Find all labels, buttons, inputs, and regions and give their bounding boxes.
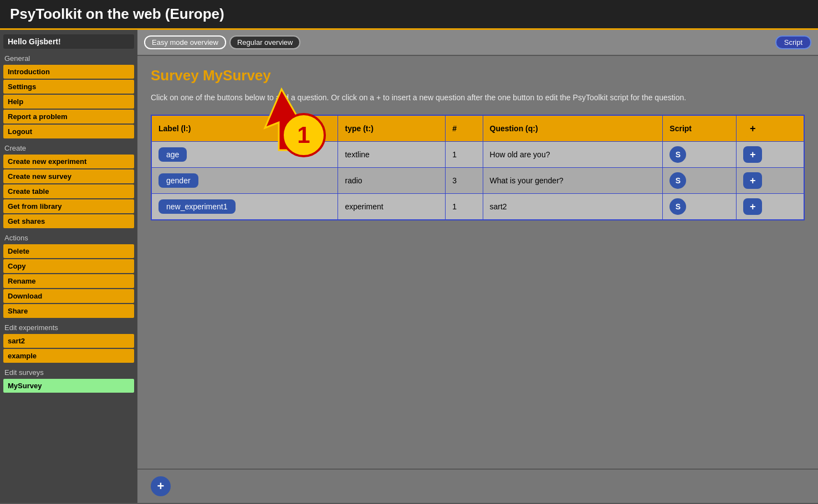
script-button-age[interactable]: S [669,146,686,163]
survey-title: Survey MySurvey [151,67,805,84]
header-add-button[interactable]: + [743,120,762,137]
cell-question-experiment: sart2 [483,194,663,220]
cell-label-gender: gender [151,168,338,194]
cell-add-age[interactable]: + [737,142,804,168]
sidebar-item-create-table[interactable]: Create table [3,184,134,198]
label-badge-experiment[interactable]: new_experiment1 [159,199,236,214]
cell-num-experiment: 1 [446,194,483,220]
label-badge-gender[interactable]: gender [159,173,198,188]
table-row: age textline 1 How old are you? S + [151,142,804,168]
sidebar-section-actions: Actions Delete Copy Rename Download Shar… [3,234,134,318]
cell-label-experiment: new_experiment1 [151,194,338,220]
sidebar-item-report-problem[interactable]: Report a problem [3,110,134,124]
survey-panel: 1 Survey MySurvey Click on one of the bu… [137,56,818,469]
questions-table: Label (l:) type (t:) # Question (q:) Scr… [151,115,805,220]
sidebar-item-download[interactable]: Download [3,289,134,303]
table-row: new_experiment1 experiment 1 sart2 S + [151,194,804,220]
cell-type-gender: radio [338,168,446,194]
cell-num-gender: 3 [446,168,483,194]
sidebar-section-label-edit-surveys: Edit surveys [4,368,134,377]
sidebar-section-label-actions: Actions [4,234,134,242]
app-title: PsyToolkit on the web (Europe) [10,6,808,23]
sidebar-item-logout[interactable]: Logout [3,125,134,138]
table-header-row: Label (l:) type (t:) # Question (q:) Scr… [151,115,804,142]
col-header-label: Label (l:) [151,115,338,142]
sidebar-item-get-shares[interactable]: Get shares [3,214,134,228]
sidebar-item-settings[interactable]: Settings [3,80,134,94]
sidebar-item-mysurvey[interactable]: MySurvey [3,379,134,393]
sidebar-item-create-experiment[interactable]: Create new experiment [3,155,134,168]
cell-question-age: How old are you? [483,142,663,168]
col-header-num: # [446,115,483,142]
app-header: PsyToolkit on the web (Europe) [0,0,818,30]
sidebar-item-delete[interactable]: Delete [3,244,134,258]
sidebar-greeting: Hello Gijsbert! [3,34,134,49]
script-button-gender[interactable]: S [669,172,686,189]
cell-label-age: age [151,142,338,168]
script-button-experiment[interactable]: S [669,198,686,215]
cell-add-gender[interactable]: + [737,168,804,194]
sidebar-item-example[interactable]: example [3,349,134,363]
survey-description: Click on one of the buttons below to add… [151,92,805,104]
sidebar-item-rename[interactable]: Rename [3,274,134,288]
tab-regular[interactable]: Regular overview [229,35,300,49]
sidebar-section-label-edit-experiments: Edit experiments [4,323,134,332]
sidebar-item-get-library[interactable]: Get from library [3,199,134,213]
tab-bar: Easy mode overview Regular overview Scri… [137,30,818,56]
tab-group: Easy mode overview Regular overview [144,35,300,49]
cell-add-experiment[interactable]: + [737,194,804,220]
label-badge-age[interactable]: age [159,147,187,162]
sidebar-section-general: General Introduction Settings Help Repor… [3,54,134,138]
cell-script-gender[interactable]: S [663,168,737,194]
col-header-script: Script [663,115,737,142]
col-header-type: type (t:) [338,115,446,142]
sidebar-section-label-general: General [4,54,134,63]
sidebar: Hello Gijsbert! General Introduction Set… [0,30,137,503]
bottom-bar: + [137,469,818,503]
sidebar-item-share[interactable]: Share [3,304,134,318]
sidebar-section-create: Create Create new experiment Create new … [3,144,134,228]
sidebar-item-help[interactable]: Help [3,95,134,109]
add-button-age[interactable]: + [743,146,762,163]
sidebar-item-sart2[interactable]: sart2 [3,334,134,348]
add-button-experiment[interactable]: + [743,198,762,215]
main-area: Easy mode overview Regular overview Scri… [137,30,818,503]
cell-type-experiment: experiment [338,194,446,220]
sidebar-item-introduction[interactable]: Introduction [3,65,134,79]
col-header-question: Question (q:) [483,115,663,142]
add-button-gender[interactable]: + [743,172,762,189]
sidebar-section-edit-surveys: Edit surveys MySurvey [3,368,134,393]
cell-script-age[interactable]: S [663,142,737,168]
table-row: gender radio 3 What is your gender? S + [151,168,804,194]
col-header-add[interactable]: + [737,115,804,142]
tab-easy-mode[interactable]: Easy mode overview [144,35,226,49]
sidebar-section-label-create: Create [4,144,134,152]
cell-num-age: 1 [446,142,483,168]
tab-script[interactable]: Script [775,35,811,49]
bottom-add-button[interactable]: + [151,476,171,496]
cell-type-age: textline [338,142,446,168]
cell-question-gender: What is your gender? [483,168,663,194]
sidebar-item-copy[interactable]: Copy [3,259,134,273]
sidebar-section-edit-experiments: Edit experiments sart2 example [3,323,134,363]
cell-script-experiment[interactable]: S [663,194,737,220]
sidebar-item-create-survey[interactable]: Create new survey [3,169,134,183]
